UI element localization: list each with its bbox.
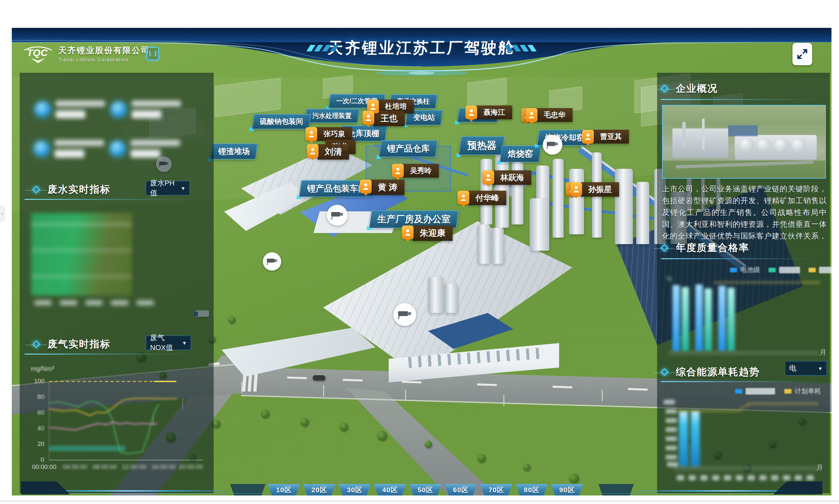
facility-label-text: 锂渣堆场 [218,146,250,157]
person-name: 聂海江 [476,106,512,119]
zone-button-80区[interactable]: 80区 [516,484,548,496]
company-description: 上市公司，公司业务涵盖锂产业链的关键阶段，包括硬岩型锂矿资源的开发、锂精矿加工销… [662,183,826,239]
facility-label[interactable]: 锂渣堆场 [210,144,258,159]
person-marker[interactable]: 朱迎康 [402,226,452,241]
person-name: 张巧泉 [316,127,352,141]
section-divider [661,381,825,382]
person-marker[interactable]: 孙振星 [566,182,619,197]
zone-button-20区[interactable]: 20区 [303,484,335,496]
energy-chart-blurred [664,397,824,489]
energy-legend: 计划单耗 [735,387,821,396]
cctv-camera-icon[interactable] [543,135,563,155]
person-name: 黄 涛 [371,180,405,195]
sidebar-collapse-tab[interactable]: ‹ [0,206,5,221]
person-marker[interactable]: 刘清 [307,144,349,160]
exhaust-section-header: 废气实时指标 [33,338,110,351]
company-section-header: 企业概况 [662,82,718,95]
page-title: 天齐锂业江苏工厂驾驶舱 [327,38,516,58]
kpi-stats-blurred [20,88,203,169]
exhaust-metric-select[interactable]: 废气NOX值 ▼ [146,336,191,350]
person-marker[interactable]: 张巧泉 [305,127,352,141]
facility-label-text: 预热器 [467,139,497,152]
energy-type-value: 电 [789,363,797,373]
zone-button-30区[interactable]: 30区 [339,484,371,496]
zone-button-70区[interactable]: 70区 [480,484,512,496]
panel-toggle-icon[interactable] [146,47,159,61]
company-aerial-photo [662,105,826,179]
left-panel: 废水实时指标 废水PH值 ▼ 废气实时指标 废气NOX值 ▼ [20,73,214,493]
kpi-stat-item [35,101,105,118]
facility-label-text: 硫酸钠包装间 [260,117,303,126]
dashboard-root: 天齐锂业江苏工厂驾驶舱 TQC 天齐锂业股份有限公司 Tianqi Lithiu… [12,28,832,496]
stat-icon [35,102,51,117]
expand-icon [797,49,808,60]
person-marker[interactable]: 吴秀呤 [392,164,439,178]
facility-label[interactable]: 焙烧窑 [499,145,541,162]
wastewater-metric-select[interactable]: 废水PH值 ▼ [146,181,190,195]
x-tick: 12:00:00 [122,463,146,471]
kpi-stat-item [110,140,180,158]
fullscreen-button[interactable] [792,43,812,65]
person-marker[interactable]: 林跃海 [482,170,531,185]
chevron-down-icon: ▼ [818,366,823,371]
person-marker[interactable]: 毛忠华 [521,108,573,122]
facility-label[interactable]: 预热器 [459,136,505,155]
company-name-en: Tianqi Lithium Corporation [58,57,150,62]
facility-label-text: 污水处理装置 [312,111,352,120]
silo [553,159,564,238]
tqc-logo-icon: TQC [23,43,53,64]
person-icon [465,106,477,119]
title-deco-right [506,45,535,51]
person-icon [360,180,372,193]
quality-y-unit: % [666,275,672,283]
stat-icon [110,141,126,157]
facility-label[interactable]: 锂产品仓库 [379,140,438,157]
cctv-camera-icon[interactable] [393,303,416,326]
light-pole [405,390,406,401]
person-marker[interactable]: 曹亚其 [582,130,629,144]
diamond-icon [660,368,668,376]
light-pole [323,385,324,396]
kpi-stat-item [111,101,181,118]
person-marker[interactable]: 付华峰 [458,191,506,205]
person-marker[interactable]: 聂海江 [465,106,512,119]
silo [428,277,443,313]
company-name-cn: 天齐锂业股份有限公司 [58,45,150,56]
zone-button-90区[interactable]: 90区 [551,484,583,496]
facility-label[interactable]: 硫酸钠包装间 [252,114,311,129]
x-tick: 16:00:00 [151,463,176,471]
diamond-icon [32,340,40,348]
zone-button-10区[interactable]: 10区 [268,484,300,496]
person-name: 王也 [373,111,405,126]
zone-button-40区[interactable]: 40区 [374,484,406,496]
energy-x-unit: 月 [816,463,823,472]
person-icon [582,130,594,144]
zone-button-60区[interactable]: 60区 [445,484,477,496]
quality-x-unit: 月 [820,348,826,357]
cctv-camera-icon[interactable] [327,205,348,226]
person-icon [458,191,469,204]
person-marker[interactable]: 王也 [362,111,405,126]
person-marker[interactable]: 黄 涛 [360,180,405,195]
exhaust-chart: mg/Nm³ 100 80 60 40 20 0 [26,363,211,478]
person-name: 朱迎康 [413,226,452,241]
person-name: 付华峰 [468,191,506,205]
title-deco-left [308,45,337,51]
person-icon [570,182,582,196]
tree [377,431,387,441]
facility-label-text: 仓库顶棚 [348,128,379,139]
exhaust-title: 废气实时指标 [48,338,110,351]
tree [477,454,486,462]
company-title: 企业概况 [676,82,718,95]
facility-label[interactable]: 污水处理装置 [304,109,359,123]
car [313,375,325,380]
legend-label: 计划单耗 [795,387,821,396]
diamond-icon [660,85,668,92]
cctv-camera-icon[interactable] [263,252,281,271]
silo [615,169,633,244]
silo [444,284,458,313]
silo [530,198,549,251]
energy-type-select[interactable]: 电 ▼ [785,361,827,376]
x-tick: 20:00:00 [179,463,203,471]
zone-button-50区[interactable]: 50区 [409,484,442,496]
